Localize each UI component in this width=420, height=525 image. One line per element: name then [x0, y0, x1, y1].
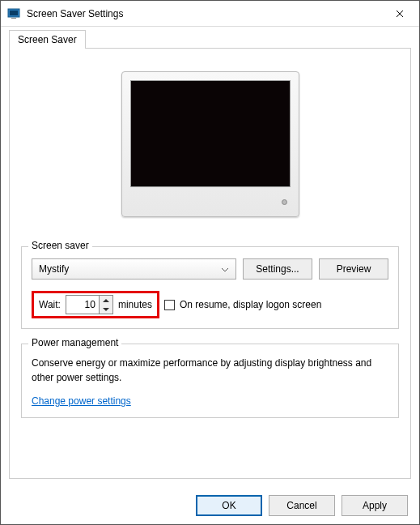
power-description: Conserve energy or maximize performance … [32, 356, 388, 385]
spin-down-button[interactable] [100, 305, 112, 314]
close-icon [396, 10, 404, 18]
monitor-preview [121, 71, 299, 217]
power-group-label: Power management [28, 337, 121, 348]
wait-input[interactable] [66, 296, 99, 314]
svg-rect-1 [10, 11, 18, 15]
resume-checkbox[interactable] [164, 300, 175, 310]
dialog-window: Screen Saver Settings Screen Saver Scree… [0, 0, 420, 525]
spin-up-button[interactable] [100, 296, 112, 305]
change-power-settings-link[interactable]: Change power settings [32, 395, 131, 407]
wait-unit: minutes [118, 299, 152, 310]
chevron-down-icon [103, 308, 109, 311]
screensaver-group-label: Screen saver [28, 240, 92, 251]
app-icon [7, 7, 20, 20]
tab-strip: Screen Saver [1, 27, 419, 48]
preview-area [21, 60, 399, 241]
monitor-power-icon [282, 199, 287, 205]
window-title: Screen Saver Settings [27, 8, 381, 19]
power-group: Power management Conserve energy or maxi… [21, 344, 399, 418]
chevron-down-icon [221, 263, 229, 275]
wait-label: Wait: [39, 299, 61, 310]
dropdown-selected-text: Mystify [39, 263, 69, 275]
apply-button[interactable]: Apply [342, 495, 408, 516]
tab-screen-saver[interactable]: Screen Saver [9, 30, 86, 49]
spinner-buttons [99, 296, 112, 314]
ok-button[interactable]: OK [196, 495, 262, 516]
dialog-footer: OK Cancel Apply [1, 487, 419, 524]
titlebar: Screen Saver Settings [1, 1, 419, 27]
settings-button[interactable]: Settings... [243, 258, 312, 280]
svg-rect-2 [11, 18, 16, 19]
screensaver-group: Screen saver Mystify Settings... Preview… [21, 246, 399, 329]
tab-content: Screen saver Mystify Settings... Preview… [9, 48, 411, 479]
wait-spinner [66, 295, 113, 314]
close-button[interactable] [381, 2, 418, 26]
cancel-button[interactable]: Cancel [269, 495, 335, 516]
preview-button[interactable]: Preview [319, 258, 388, 280]
wait-row: Wait: minutes [32, 291, 388, 318]
chevron-up-icon [103, 299, 109, 302]
screensaver-dropdown[interactable]: Mystify [32, 258, 236, 280]
monitor-screen [130, 80, 291, 187]
resume-label: On resume, display logon screen [180, 299, 321, 310]
wait-highlight: Wait: minutes [32, 291, 159, 318]
